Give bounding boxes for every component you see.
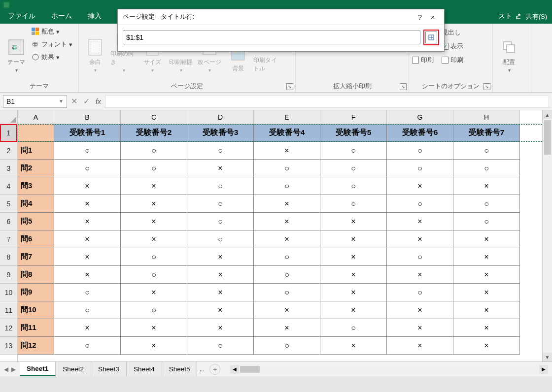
data-cell[interactable]: ○ [320,160,387,177]
data-cell[interactable]: × [320,248,387,266]
row-header[interactable]: 4 [0,177,17,195]
data-cell[interactable]: ○ [187,142,254,160]
data-cell[interactable]: ○ [320,142,387,160]
row-label-cell[interactable]: 問6 [18,230,54,248]
data-cell[interactable]: × [453,284,520,301]
data-cell[interactable]: ○ [320,319,387,337]
data-cell[interactable]: ○ [187,213,254,230]
scroll-up-icon[interactable]: ▲ [543,110,552,119]
scale-launcher-icon[interactable]: ↘ [400,83,407,90]
data-cell[interactable]: × [54,230,121,248]
data-cell[interactable]: × [121,230,187,248]
data-cell[interactable]: ○ [387,284,453,301]
gridlines-print-checkbox[interactable] [412,57,419,64]
data-cell[interactable]: × [453,266,520,284]
effects-button[interactable]: 効果▾ [32,51,72,63]
title-rows-input[interactable] [123,31,420,44]
hscroll-right-icon[interactable]: ▶ [539,365,548,374]
row-label-cell[interactable]: 問1 [18,142,54,160]
data-cell[interactable]: × [320,301,387,319]
column-header[interactable]: D [187,110,254,124]
column-header[interactable]: A [18,110,54,124]
fx-icon[interactable]: fx [96,98,101,105]
data-cell[interactable]: × [320,213,387,230]
colors-button[interactable]: 配色▾ [32,26,72,37]
data-cell[interactable]: × [387,230,453,248]
data-cell[interactable]: × [320,266,387,284]
data-cell[interactable]: ○ [254,337,320,355]
row-header[interactable]: 12 [0,319,17,337]
data-cell[interactable]: ○ [387,160,453,177]
data-cell[interactable]: ○ [387,248,453,266]
tab-home[interactable]: ホーム [43,10,80,24]
data-cell[interactable]: ○ [121,301,187,319]
margins-button[interactable]: 余白▾ [82,26,108,73]
data-cell[interactable]: × [121,213,187,230]
data-cell[interactable]: × [453,301,520,319]
data-cell[interactable]: × [187,248,254,266]
data-cell[interactable]: ○ [254,177,320,195]
data-cell[interactable]: ○ [387,195,453,213]
row-header[interactable]: 11 [0,301,17,319]
data-cell[interactable]: × [453,230,520,248]
hscroll-thumb[interactable] [240,366,260,373]
data-cell[interactable]: × [387,213,453,230]
data-cell[interactable]: × [453,177,520,195]
dialog-close-button[interactable]: × [426,13,439,21]
data-cell[interactable]: ○ [320,195,387,213]
horizontal-scrollbar[interactable]: ◀ ▶ [230,365,548,374]
data-cell[interactable]: × [254,319,320,337]
header-cell[interactable]: 受験番号2 [121,124,187,142]
data-cell[interactable]: ○ [254,266,320,284]
header-cell[interactable]: 受験番号3 [187,124,254,142]
data-cell[interactable]: ○ [254,284,320,301]
data-cell[interactable]: ○ [453,213,520,230]
fonts-button[interactable]: 亜フォント▾ [32,38,72,50]
enter-icon[interactable]: ✓ [83,97,90,106]
data-cell[interactable]: × [387,319,453,337]
data-cell[interactable]: × [320,284,387,301]
arrange-button[interactable]: 配置▾ [496,26,522,73]
row-header[interactable]: 3 [0,160,17,177]
data-cell[interactable]: ○ [320,177,387,195]
sheet-nav-prev-icon[interactable]: ◀ [4,366,8,373]
header-cell[interactable]: 受験番号7 [453,124,520,142]
column-header[interactable]: E [254,110,320,124]
data-cell[interactable]: ○ [121,248,187,266]
data-cell[interactable]: × [453,248,520,266]
sheet-tab[interactable]: Sheet2 [56,362,91,376]
row-label-cell[interactable]: 問10 [18,301,54,319]
data-cell[interactable]: × [54,248,121,266]
column-header[interactable]: G [387,110,453,124]
header-cell[interactable]: 受験番号6 [387,124,453,142]
header-cell[interactable] [18,124,54,142]
row-label-cell[interactable]: 問8 [18,266,54,284]
row-header[interactable]: 13 [0,337,17,355]
data-cell[interactable]: × [121,319,187,337]
add-sheet-button[interactable]: + [209,364,220,375]
data-cell[interactable]: × [54,213,121,230]
row-label-cell[interactable]: 問9 [18,284,54,301]
row-label-cell[interactable]: 問5 [18,213,54,230]
column-header[interactable]: B [54,110,121,124]
data-cell[interactable]: × [453,319,520,337]
tab-insert[interactable]: 挿入 [80,10,109,24]
data-cell[interactable]: × [254,142,320,160]
data-cell[interactable]: × [187,266,254,284]
row-header[interactable]: 8 [0,248,17,266]
data-cell[interactable]: ○ [54,142,121,160]
data-cell[interactable]: × [187,160,254,177]
sheetopts-launcher-icon[interactable]: ↘ [483,83,490,90]
sheet-tab[interactable]: Sheet4 [127,362,162,376]
data-cell[interactable]: ○ [254,248,320,266]
formula-input[interactable] [105,95,549,108]
name-box[interactable]: B1▼ [3,95,67,108]
pagesetup-launcher-icon[interactable]: ↘ [286,83,293,90]
row-label-cell[interactable]: 問12 [18,337,54,355]
data-cell[interactable]: × [254,301,320,319]
data-cell[interactable]: ○ [121,266,187,284]
row-header[interactable]: 5 [0,195,17,213]
sheet-nav-next-icon[interactable]: ▶ [11,366,16,373]
data-cell[interactable]: ○ [453,160,520,177]
row-label-cell[interactable]: 問3 [18,177,54,195]
